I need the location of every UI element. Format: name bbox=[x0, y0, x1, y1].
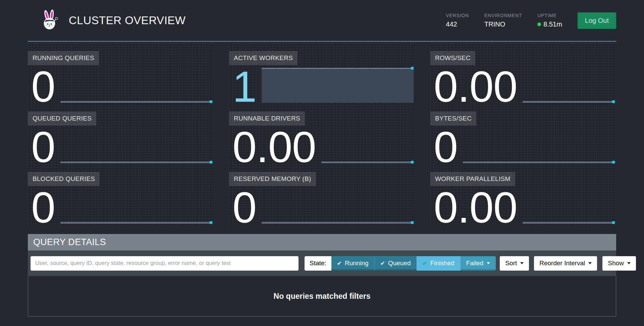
query-search-input[interactable] bbox=[31, 256, 299, 271]
sparkline-dot-icon bbox=[612, 161, 615, 164]
stat-blocked-queries: BLOCKED QUERIES 0 bbox=[28, 165, 214, 225]
sort-label: Sort bbox=[505, 260, 517, 267]
stat-runnable-drivers: RUNNABLE DRIVERS 0.00 bbox=[229, 104, 415, 165]
sparkline-dot-icon bbox=[210, 161, 212, 164]
sparkline-dot-icon bbox=[210, 221, 212, 224]
active-workers-link[interactable]: 1 bbox=[229, 70, 256, 103]
chevron-down-icon bbox=[487, 262, 490, 264]
stat-active-workers: ACTIVE WORKERS 1 bbox=[229, 44, 415, 104]
state-filter-finished-label: Finished bbox=[430, 260, 454, 267]
version-label: VERSION bbox=[446, 13, 469, 18]
sparkline-dot-icon bbox=[411, 67, 414, 69]
stat-reserved-memory: RESERVED MEMORY (B) 0 bbox=[229, 165, 415, 225]
chevron-down-icon bbox=[627, 262, 631, 264]
cluster-stats-grid: RUNNING QUERIES 0 QUEUED QUERIES 0 BLOCK… bbox=[28, 44, 616, 225]
stat-value: 0 bbox=[28, 70, 55, 103]
state-filter-running-label: Running bbox=[345, 260, 369, 267]
reorder-interval-label: Reorder Interval bbox=[539, 260, 585, 267]
version-value: 442 bbox=[446, 20, 469, 28]
sort-dropdown-button[interactable]: Sort bbox=[500, 256, 529, 271]
query-details-panel: QUERY DETAILS State: ✔ Running ✔ Queued … bbox=[28, 234, 616, 317]
uptime-info: UPTIME 8.51m bbox=[537, 13, 562, 28]
chevron-down-icon bbox=[588, 262, 592, 264]
stat-queued-queries: QUEUED QUERIES 0 bbox=[28, 104, 214, 165]
stats-column-3: ROWS/SEC 0.00 BYTES/SEC 0 WORKER PARALLE… bbox=[430, 44, 616, 225]
sparkline-chart bbox=[321, 161, 414, 163]
sparkline-chart bbox=[60, 161, 212, 163]
state-filter-queued[interactable]: ✔ Queued bbox=[374, 256, 417, 271]
environment-label: ENVIRONMENT bbox=[484, 13, 522, 18]
reorder-interval-dropdown-button[interactable]: Reorder Interval bbox=[534, 256, 597, 271]
check-icon: ✔ bbox=[380, 260, 385, 267]
state-filter-queued-label: Queued bbox=[388, 260, 411, 267]
stat-value: 0.00 bbox=[430, 191, 517, 224]
check-icon: ✔ bbox=[337, 260, 342, 267]
state-filter-finished[interactable]: ✔ Finished bbox=[417, 256, 460, 271]
stats-column-1: RUNNING QUERIES 0 QUEUED QUERIES 0 BLOCK… bbox=[28, 44, 214, 225]
uptime-value-wrap: 8.51m bbox=[537, 20, 562, 28]
cluster-overview-page: CLUSTER OVERVIEW VERSION 442 ENVIRONMENT… bbox=[0, 0, 644, 317]
stat-value: 0.00 bbox=[430, 70, 517, 103]
stat-value: 0.00 bbox=[229, 130, 316, 164]
query-list-area: No queries matched filters bbox=[28, 276, 616, 317]
show-label: Show bbox=[608, 260, 624, 267]
sparkline-chart bbox=[262, 222, 414, 224]
stat-rows-per-sec: ROWS/SEC 0.00 bbox=[430, 44, 616, 104]
stat-worker-parallelism: WORKER PARALLELISM 0.00 bbox=[430, 165, 616, 225]
version-info: VERSION 442 bbox=[446, 13, 469, 28]
state-filter-running[interactable]: ✔ Running bbox=[331, 256, 374, 271]
stat-value: 0 bbox=[229, 191, 256, 224]
sparkline-chart bbox=[463, 161, 615, 163]
stats-column-2: ACTIVE WORKERS 1 RUNNABLE DRIVERS 0.00 R… bbox=[229, 44, 415, 225]
empty-results-message: No queries matched filters bbox=[274, 292, 371, 301]
sparkline-dot-icon bbox=[612, 221, 615, 224]
trino-bunny-logo-icon bbox=[41, 9, 59, 32]
sparkline-dot-icon bbox=[411, 221, 414, 224]
chevron-down-icon bbox=[520, 262, 524, 264]
app-header: CLUSTER OVERVIEW VERSION 442 ENVIRONMENT… bbox=[28, 0, 616, 42]
check-icon: ✔ bbox=[423, 260, 427, 267]
sparkline-dot-icon bbox=[612, 100, 615, 103]
logout-button[interactable]: Log Out bbox=[578, 12, 616, 29]
uptime-value: 8.51m bbox=[543, 20, 562, 28]
state-filter-label: State: bbox=[305, 256, 331, 271]
show-dropdown-button[interactable]: Show bbox=[602, 256, 636, 271]
state-filter-failed-label: Failed bbox=[466, 260, 484, 267]
environment-info: ENVIRONMENT TRINO bbox=[484, 13, 522, 28]
cluster-info: VERSION 442 ENVIRONMENT TRINO UPTIME 8.5… bbox=[446, 12, 616, 29]
query-details-title: QUERY DETAILS bbox=[28, 234, 616, 250]
uptime-status-dot-icon bbox=[537, 22, 541, 26]
sparkline-chart bbox=[60, 101, 212, 103]
stat-value: 0 bbox=[430, 130, 458, 164]
stat-bytes-per-sec: BYTES/SEC 0 bbox=[430, 104, 616, 165]
stat-value: 0 bbox=[28, 130, 55, 164]
sparkline-area-chart bbox=[262, 68, 414, 103]
uptime-label: UPTIME bbox=[537, 13, 562, 18]
state-filter-group: State: ✔ Running ✔ Queued ✔ Finished Fai… bbox=[305, 256, 496, 271]
stat-running-queries: RUNNING QUERIES 0 bbox=[28, 44, 214, 104]
sparkline-chart bbox=[60, 222, 212, 224]
sparkline-dot-icon bbox=[411, 161, 414, 164]
environment-value: TRINO bbox=[484, 20, 522, 28]
state-filter-failed-dropdown[interactable]: Failed bbox=[460, 256, 496, 271]
sparkline-chart bbox=[523, 101, 615, 103]
query-details-toolbar: State: ✔ Running ✔ Queued ✔ Finished Fai… bbox=[28, 250, 616, 276]
page-title: CLUSTER OVERVIEW bbox=[69, 14, 185, 27]
sparkline-chart bbox=[523, 222, 615, 224]
sparkline-dot-icon bbox=[210, 100, 212, 103]
stat-value: 0 bbox=[28, 191, 55, 224]
